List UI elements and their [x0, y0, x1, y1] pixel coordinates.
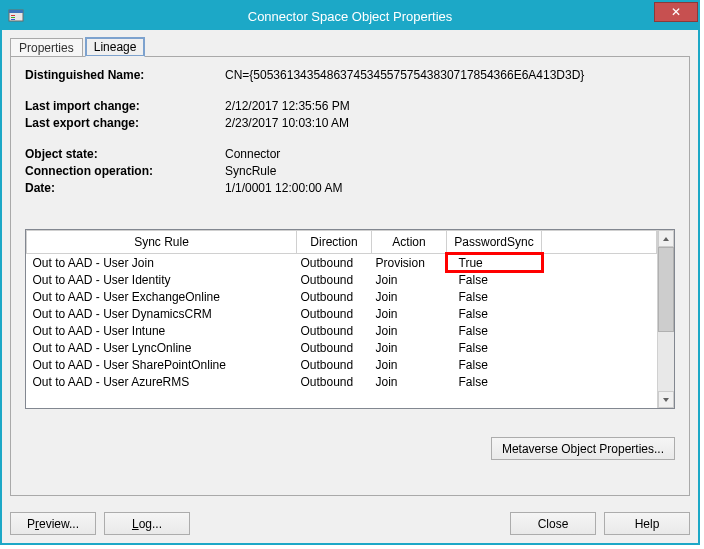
metaverse-properties-button[interactable]: Metaverse Object Properties...	[491, 437, 675, 460]
cell-action: Join	[372, 356, 447, 373]
cell-passwordsync: False	[447, 373, 542, 390]
cell-passwordsync: False	[447, 288, 542, 305]
cell-action: Provision	[372, 254, 447, 272]
cell-passwordsync: True	[447, 254, 542, 272]
table-row[interactable]: Out to AAD - User ExchangeOnlineOutbound…	[27, 288, 657, 305]
app-icon	[8, 8, 24, 24]
vertical-scrollbar[interactable]	[657, 230, 674, 408]
conn-op-label: Connection operation:	[25, 163, 225, 180]
close-icon[interactable]: ✕	[654, 2, 698, 22]
cell-sync-rule: Out to AAD - User Identity	[27, 271, 297, 288]
close-button[interactable]: Close	[510, 512, 596, 535]
tab-lineage[interactable]: Lineage	[85, 37, 146, 57]
last-import-value: 2/12/2017 12:35:56 PM	[225, 98, 675, 115]
cell-empty	[542, 271, 657, 288]
title-bar: Connector Space Object Properties ✕	[2, 2, 698, 30]
cell-empty	[542, 305, 657, 322]
cell-direction: Outbound	[297, 322, 372, 339]
cell-action: Join	[372, 288, 447, 305]
cell-direction: Outbound	[297, 373, 372, 390]
tab-strip: Properties Lineage	[10, 36, 690, 56]
table-row[interactable]: Out to AAD - User SharePointOnlineOutbou…	[27, 356, 657, 373]
cell-passwordsync: False	[447, 339, 542, 356]
conn-op-value: SyncRule	[225, 163, 675, 180]
cell-sync-rule: Out to AAD - User AzureRMS	[27, 373, 297, 390]
cell-action: Join	[372, 305, 447, 322]
table-header-row: Sync Rule Direction Action PasswordSync	[27, 231, 657, 254]
last-export-label: Last export change:	[25, 115, 225, 132]
col-header-action[interactable]: Action	[372, 231, 447, 254]
scroll-thumb[interactable]	[658, 247, 674, 332]
field-group: Distinguished Name: CN={5053613435486374…	[25, 67, 675, 197]
log-button[interactable]: Log...	[104, 512, 190, 535]
last-export-value: 2/23/2017 10:03:10 AM	[225, 115, 675, 132]
cell-passwordsync: False	[447, 356, 542, 373]
cell-direction: Outbound	[297, 305, 372, 322]
cell-sync-rule: Out to AAD - User SharePointOnline	[27, 356, 297, 373]
cell-sync-rule: Out to AAD - User ExchangeOnline	[27, 288, 297, 305]
cell-action: Join	[372, 373, 447, 390]
cell-sync-rule: Out to AAD - User Join	[27, 254, 297, 272]
cell-empty	[542, 373, 657, 390]
svg-rect-1	[9, 10, 23, 13]
window-title: Connector Space Object Properties	[2, 9, 698, 24]
cell-empty	[542, 322, 657, 339]
table-row[interactable]: Out to AAD - User IntuneOutboundJoinFals…	[27, 322, 657, 339]
cell-direction: Outbound	[297, 288, 372, 305]
cell-sync-rule: Out to AAD - User Intune	[27, 322, 297, 339]
object-state-label: Object state:	[25, 146, 225, 163]
scroll-down-arrow-icon[interactable]	[658, 391, 674, 408]
cell-direction: Outbound	[297, 356, 372, 373]
table-row[interactable]: Out to AAD - User IdentityOutboundJoinFa…	[27, 271, 657, 288]
preview-button[interactable]: Preview...	[10, 512, 96, 535]
cell-empty	[542, 339, 657, 356]
dn-label: Distinguished Name:	[25, 67, 225, 84]
sync-rule-grid[interactable]: Sync Rule Direction Action PasswordSync …	[25, 229, 675, 409]
scroll-track[interactable]	[658, 247, 674, 391]
col-header-rule[interactable]: Sync Rule	[27, 231, 297, 254]
dialog-button-bar: Preview... Log... Close Help	[2, 504, 698, 543]
scroll-up-arrow-icon[interactable]	[658, 230, 674, 247]
cell-passwordsync: False	[447, 322, 542, 339]
client-area: Properties Lineage Distinguished Name: C…	[2, 30, 698, 504]
cell-action: Join	[372, 339, 447, 356]
tab-properties[interactable]: Properties	[10, 38, 83, 57]
last-import-label: Last import change:	[25, 98, 225, 115]
date-value: 1/1/0001 12:00:00 AM	[225, 180, 675, 197]
table-row[interactable]: Out to AAD - User LyncOnlineOutboundJoin…	[27, 339, 657, 356]
cell-sync-rule: Out to AAD - User DynamicsCRM	[27, 305, 297, 322]
svg-rect-2	[11, 15, 15, 16]
col-header-empty[interactable]	[542, 231, 657, 254]
date-label: Date:	[25, 180, 225, 197]
cell-sync-rule: Out to AAD - User LyncOnline	[27, 339, 297, 356]
table-row[interactable]: Out to AAD - User AzureRMSOutboundJoinFa…	[27, 373, 657, 390]
col-header-passwordsync[interactable]: PasswordSync	[447, 231, 542, 254]
dialog-window: Connector Space Object Properties ✕ Prop…	[0, 0, 700, 545]
cell-empty	[542, 356, 657, 373]
cell-empty	[542, 288, 657, 305]
svg-rect-4	[11, 19, 15, 20]
cell-passwordsync: False	[447, 271, 542, 288]
tab-pane-lineage: Distinguished Name: CN={5053613435486374…	[10, 56, 690, 496]
cell-action: Join	[372, 271, 447, 288]
table-row[interactable]: Out to AAD - User JoinOutboundProvisionT…	[27, 254, 657, 272]
svg-rect-3	[11, 17, 15, 18]
cell-direction: Outbound	[297, 339, 372, 356]
col-header-direction[interactable]: Direction	[297, 231, 372, 254]
cell-direction: Outbound	[297, 271, 372, 288]
cell-passwordsync: False	[447, 305, 542, 322]
sync-rule-table: Sync Rule Direction Action PasswordSync …	[26, 230, 657, 390]
cell-action: Join	[372, 322, 447, 339]
cell-direction: Outbound	[297, 254, 372, 272]
cell-empty	[542, 254, 657, 272]
help-button[interactable]: Help	[604, 512, 690, 535]
dn-value: CN={505361343548637453455757543830717854…	[225, 67, 675, 84]
object-state-value: Connector	[225, 146, 675, 163]
table-row[interactable]: Out to AAD - User DynamicsCRMOutboundJoi…	[27, 305, 657, 322]
